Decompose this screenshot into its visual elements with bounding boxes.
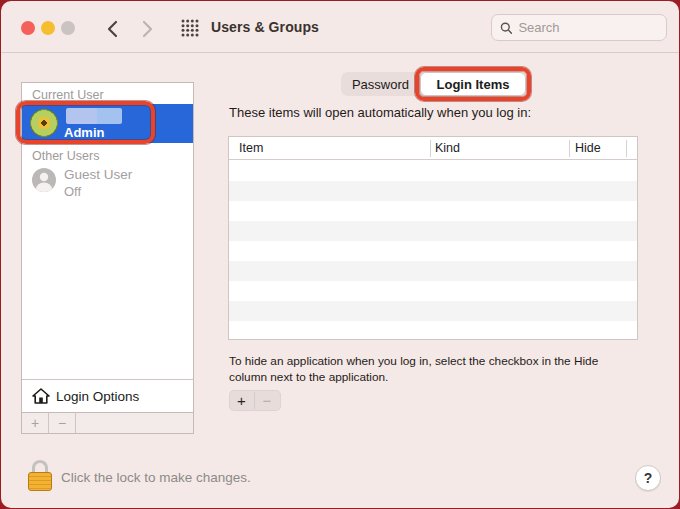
grid-icon [181,19,199,37]
hide-column-hint: To hide an application when you log in, … [229,353,629,385]
sidebar-footer: + − [21,413,194,434]
tab-password[interactable]: Password [341,72,420,96]
table-header: Item Kind Hide [229,137,637,160]
page-title: Users & Groups [211,19,319,35]
remove-user-button[interactable]: − [49,413,76,433]
column-header-hide[interactable]: Hide [575,141,601,155]
users-groups-window: Users & Groups Current User Admin Other … [1,1,679,508]
login-items-table[interactable]: Item Kind Hide [228,136,638,340]
add-user-button[interactable]: + [22,413,49,433]
column-divider [430,140,431,157]
zoom-window-button[interactable] [61,21,75,35]
sidebar-footer-spacer [76,413,193,433]
sidebar-item-guest-user[interactable]: Guest User Off [22,165,193,207]
table-body-empty-rows[interactable] [229,161,637,339]
guest-avatar-icon [32,168,56,192]
guest-user-name: Guest User [64,167,132,182]
search-input[interactable] [518,20,658,35]
current-user-label: Current User [32,88,104,102]
chevron-left-icon [106,20,118,38]
forward-button[interactable] [137,18,159,40]
close-window-button[interactable] [21,21,35,35]
column-divider [626,140,627,157]
remove-login-item-button[interactable]: − [254,392,279,409]
column-divider [569,140,570,157]
login-options-button[interactable]: Login Options [22,379,193,412]
search-field[interactable] [491,14,667,41]
screenshot-red-frame: Users & Groups Current User Admin Other … [0,0,680,509]
show-all-preferences-button[interactable] [181,19,199,37]
home-icon [32,388,50,404]
annotation-box-admin [16,101,155,144]
other-users-label: Other Users [32,149,99,163]
annotation-box-login-items-tab [415,67,531,101]
chevron-right-icon [142,20,154,38]
toolbar: Users & Groups [1,1,679,53]
guest-user-status: Off [64,184,81,199]
lock-body-icon [28,472,52,491]
login-options-label: Login Options [56,389,139,404]
help-button[interactable]: ? [635,465,661,491]
column-header-item[interactable]: Item [239,141,263,155]
add-login-item-button[interactable]: + [229,392,254,409]
column-header-kind[interactable]: Kind [435,141,460,155]
login-items-description: These items will open automatically when… [229,105,531,120]
lock-button[interactable] [28,460,52,492]
lock-hint-text: Click the lock to make changes. [61,470,251,485]
back-button[interactable] [101,18,123,40]
minimize-window-button[interactable] [41,21,55,35]
login-items-add-remove-group: + − [229,390,281,411]
search-icon [500,21,512,35]
